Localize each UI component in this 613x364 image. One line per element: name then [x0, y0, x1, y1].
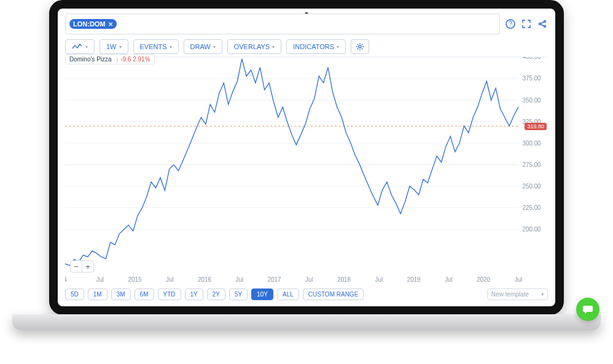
svg-point-2	[544, 21, 546, 23]
template-placeholder: New template	[491, 291, 529, 298]
svg-point-5	[359, 45, 361, 48]
chevron-down-icon: ▾	[119, 44, 122, 50]
range-button-2y[interactable]: 2Y	[207, 288, 225, 300]
chart-style-button[interactable]: ▾	[65, 39, 95, 54]
range-button-ytd[interactable]: YTD	[158, 288, 181, 300]
svg-text:2015: 2015	[128, 276, 142, 283]
svg-text:200.00: 200.00	[523, 226, 541, 233]
svg-text:Jul: Jul	[305, 276, 313, 283]
y-axis: 200.00225.00250.00275.00300.00325.00350.…	[523, 57, 541, 233]
price-series-line	[65, 59, 518, 266]
svg-text:275.00: 275.00	[523, 161, 541, 168]
range-button-10y[interactable]: 10Y	[251, 288, 273, 300]
chart-grid	[65, 57, 518, 230]
svg-text:2020: 2020	[477, 276, 490, 283]
indicators-label: INDICATORS	[293, 43, 334, 50]
gear-icon	[356, 42, 364, 51]
chevron-down-icon: ▾	[272, 44, 275, 50]
series-price-label: Domino's Pizza ↓ -9.6 2.91%	[65, 54, 155, 64]
ticker-chip-label: LON:DOM	[73, 20, 106, 28]
chat-icon	[582, 304, 593, 315]
share-icon[interactable]	[537, 18, 548, 29]
events-label: EVENTS	[140, 43, 167, 50]
range-button-5y[interactable]: 5Y	[229, 288, 248, 300]
help-icon[interactable]: ?	[505, 18, 516, 29]
svg-text:400.00: 400.00	[523, 57, 541, 60]
svg-text:4: 4	[65, 276, 67, 283]
svg-text:350.00: 350.00	[523, 96, 541, 103]
template-select[interactable]: New template ▾	[487, 288, 548, 300]
overlays-button[interactable]: OVERLAYS▾	[227, 39, 282, 54]
chevron-down-icon: ▾	[213, 44, 216, 50]
ticker-chip[interactable]: LON:DOM ✕	[69, 19, 117, 29]
ticker-search-input[interactable]: LON:DOM ✕	[65, 14, 500, 34]
svg-text:375.00: 375.00	[523, 75, 541, 82]
svg-text:2018: 2018	[337, 276, 351, 283]
chevron-down-icon: ▾	[541, 292, 544, 297]
fullscreen-icon[interactable]	[521, 18, 532, 29]
svg-text:2019: 2019	[407, 276, 421, 283]
range-button-1y[interactable]: 1Y	[185, 288, 203, 300]
svg-point-4	[544, 26, 546, 28]
svg-text:Jul: Jul	[375, 276, 383, 283]
series-name: Domino's Pizza	[69, 56, 112, 63]
current-price-badge: 319.80	[525, 123, 547, 130]
close-icon[interactable]: ✕	[108, 21, 113, 28]
range-button-1m[interactable]: 1M	[88, 288, 107, 300]
overlays-label: OVERLAYS	[234, 43, 270, 50]
interval-label: 1W	[106, 43, 117, 50]
indicators-button[interactable]: INDICATORS▾	[286, 39, 346, 54]
chevron-down-icon: ▾	[337, 44, 339, 50]
svg-point-3	[539, 23, 541, 25]
svg-text:225.00: 225.00	[523, 204, 541, 211]
chart-area[interactable]: 200.00225.00250.00275.00300.00325.00350.…	[65, 56, 548, 285]
chevron-down-icon: ▾	[170, 44, 172, 50]
range-buttons: 5D1M3M6MYTD1Y2Y5Y10YALLCUSTOM RANGE	[65, 288, 364, 300]
svg-text:2016: 2016	[198, 276, 211, 283]
range-button-5d[interactable]: 5D	[65, 288, 84, 300]
svg-text:?: ?	[509, 20, 512, 27]
interval-button[interactable]: 1W▾	[100, 39, 128, 54]
svg-text:Jul: Jul	[96, 276, 104, 283]
range-button-custom-range[interactable]: CUSTOM RANGE	[303, 288, 364, 300]
line-chart-icon	[72, 44, 83, 50]
draw-button[interactable]: DRAW▾	[184, 39, 222, 54]
zoom-out-button[interactable]: −	[71, 261, 82, 272]
range-button-all[interactable]: ALL	[277, 288, 299, 300]
zoom-in-button[interactable]: +	[82, 261, 93, 272]
svg-text:300.00: 300.00	[523, 140, 541, 147]
svg-text:Jul: Jul	[445, 276, 453, 283]
laptop-base	[12, 314, 601, 330]
events-button[interactable]: EVENTS▾	[133, 39, 179, 54]
range-button-6m[interactable]: 6M	[135, 288, 154, 300]
svg-text:Jul: Jul	[515, 276, 523, 283]
svg-text:2017: 2017	[268, 276, 281, 283]
zoom-control: − +	[70, 260, 94, 273]
svg-text:250.00: 250.00	[523, 183, 541, 190]
settings-button[interactable]	[351, 39, 369, 54]
svg-text:Jul: Jul	[236, 276, 244, 283]
range-button-3m[interactable]: 3M	[111, 288, 131, 300]
chat-fab[interactable]	[576, 298, 599, 321]
chevron-down-icon: ▾	[85, 44, 88, 50]
x-axis: 4Jul2015Jul2016Jul2017Jul2018Jul2019Jul2…	[65, 276, 522, 283]
svg-text:Jul: Jul	[166, 276, 174, 283]
draw-label: DRAW	[190, 43, 211, 50]
